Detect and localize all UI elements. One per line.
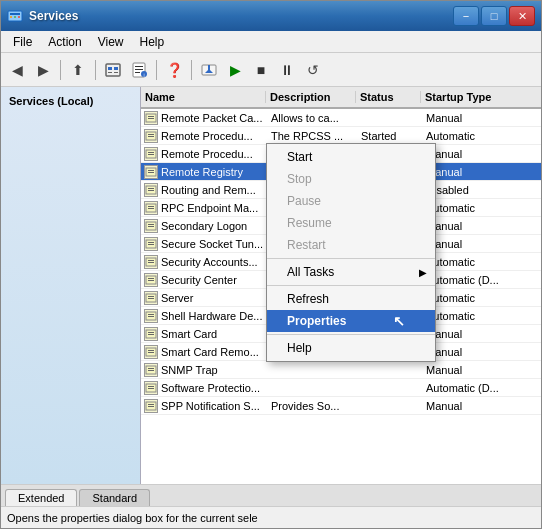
svg-rect-30	[148, 172, 154, 173]
help-button[interactable]: ❓	[162, 58, 186, 82]
row-startup: Manual	[424, 220, 541, 232]
row-startup: Manual	[424, 328, 541, 340]
menu-help[interactable]: Help	[132, 33, 173, 51]
svg-point-4	[18, 16, 20, 18]
ctx-item-all-tasks[interactable]: All Tasks▶	[267, 261, 435, 283]
row-startup: Manual	[424, 238, 541, 250]
svg-rect-32	[148, 188, 154, 189]
ctx-item-help[interactable]: Help	[267, 337, 435, 359]
row-startup: Automatic (D...	[424, 382, 541, 394]
toolbar-sep-2	[95, 60, 96, 80]
title-bar: Services − □ ✕	[1, 1, 541, 31]
row-desc: The RPCSS ...	[269, 130, 359, 142]
menu-file[interactable]: File	[5, 33, 40, 51]
ctx-item-properties[interactable]: Properties↖	[267, 310, 435, 332]
context-menu: StartStopPauseResumeRestartAll Tasks▶Ref…	[266, 143, 436, 362]
row-startup: Automatic (D...	[424, 274, 541, 286]
row-name: Secure Socket Tun...	[161, 238, 269, 250]
row-name: RPC Endpoint Ma...	[161, 202, 269, 214]
ctx-separator	[267, 258, 435, 259]
service-icon	[143, 308, 159, 324]
ctx-item-start[interactable]: Start	[267, 146, 435, 168]
service-icon	[143, 110, 159, 126]
svg-rect-8	[108, 72, 112, 73]
forward-button[interactable]: ▶	[31, 58, 55, 82]
table-row[interactable]: Remote Packet Ca...Allows to ca...Manual	[141, 109, 541, 127]
svg-rect-21	[148, 118, 154, 119]
minimize-button[interactable]: −	[453, 6, 479, 26]
svg-rect-27	[148, 154, 154, 155]
row-startup: Manual	[424, 166, 541, 178]
restart-button[interactable]: ↺	[301, 58, 325, 82]
menu-action[interactable]: Action	[40, 33, 89, 51]
svg-rect-6	[108, 67, 112, 70]
row-startup: Manual	[424, 148, 541, 160]
stop-button[interactable]: ■	[249, 58, 273, 82]
col-header-name[interactable]: Name	[141, 91, 266, 103]
table-row[interactable]: SPP Notification S...Provides So...Manua…	[141, 397, 541, 415]
svg-rect-45	[148, 262, 154, 263]
ctx-arrow-icon: ▶	[419, 267, 427, 278]
table-row[interactable]: SNMP TrapManual	[141, 361, 541, 379]
toolbar-sep-4	[191, 60, 192, 80]
left-panel: Services (Local)	[1, 87, 141, 484]
service-icon	[143, 254, 159, 270]
up-button[interactable]: ⬆	[66, 58, 90, 82]
left-panel-title: Services (Local)	[9, 95, 132, 107]
row-name: SPP Notification S...	[161, 400, 269, 412]
svg-rect-48	[148, 280, 154, 281]
service-icon	[143, 272, 159, 288]
menu-view[interactable]: View	[90, 33, 132, 51]
window-icon	[7, 8, 23, 24]
service-icon	[143, 344, 159, 360]
row-name: Server	[161, 292, 269, 304]
svg-rect-33	[148, 190, 154, 191]
svg-rect-23	[148, 134, 154, 135]
svg-rect-62	[148, 368, 154, 369]
row-name: SNMP Trap	[161, 364, 269, 376]
row-startup: Manual	[424, 346, 541, 358]
tab-standard[interactable]: Standard	[79, 489, 150, 506]
show-hide-button[interactable]	[101, 58, 125, 82]
tab-extended[interactable]: Extended	[5, 489, 77, 506]
tab-bar: Extended Standard	[1, 484, 541, 506]
start-button[interactable]: ▶	[223, 58, 247, 82]
svg-rect-38	[148, 224, 154, 225]
export-button[interactable]	[197, 58, 221, 82]
close-button[interactable]: ✕	[509, 6, 535, 26]
ctx-separator	[267, 334, 435, 335]
col-header-startup[interactable]: Startup Type	[421, 91, 541, 103]
row-startup: Manual	[424, 112, 541, 124]
window-title: Services	[29, 9, 453, 23]
svg-rect-39	[148, 226, 154, 227]
svg-rect-44	[148, 260, 154, 261]
service-panel: Name Description Status Startup Type Rem…	[141, 87, 541, 484]
row-startup: Automatic	[424, 256, 541, 268]
status-text: Opens the properties dialog box for the …	[7, 512, 258, 524]
pause-button[interactable]: ⏸	[275, 58, 299, 82]
svg-rect-7	[114, 67, 118, 70]
properties-button[interactable]: i	[127, 58, 151, 82]
row-name: Software Protectio...	[161, 382, 269, 394]
window-controls: − □ ✕	[453, 6, 535, 26]
table-row[interactable]: Software Protectio...Automatic (D...	[141, 379, 541, 397]
svg-point-2	[10, 16, 12, 18]
ctx-item-refresh[interactable]: Refresh	[267, 288, 435, 310]
row-name: Shell Hardware De...	[161, 310, 269, 322]
back-button[interactable]: ◀	[5, 58, 29, 82]
maximize-button[interactable]: □	[481, 6, 507, 26]
row-startup: Manual	[424, 400, 541, 412]
svg-rect-47	[148, 278, 154, 279]
service-icon	[143, 200, 159, 216]
svg-rect-68	[148, 404, 154, 405]
svg-rect-13	[135, 72, 140, 73]
col-header-status[interactable]: Status	[356, 91, 421, 103]
row-startup: Automatic	[424, 292, 541, 304]
ctx-separator	[267, 285, 435, 286]
row-name: Security Accounts...	[161, 256, 269, 268]
svg-rect-65	[148, 386, 154, 387]
svg-rect-1	[10, 13, 20, 15]
svg-rect-29	[148, 170, 154, 171]
svg-rect-57	[148, 334, 154, 335]
col-header-desc[interactable]: Description	[266, 91, 356, 103]
